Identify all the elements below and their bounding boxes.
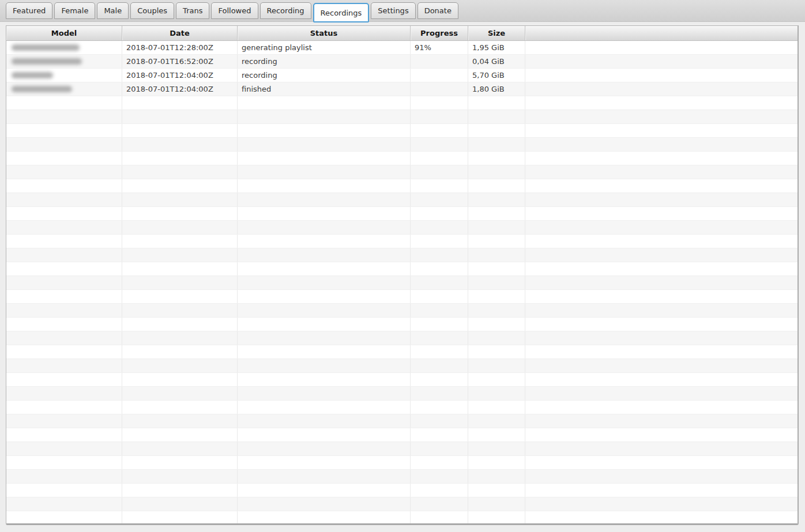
cell-model — [6, 387, 122, 400]
tab-donate[interactable]: Donate — [417, 2, 458, 19]
tab-female[interactable]: Female — [54, 2, 95, 19]
cell-empty — [525, 359, 798, 372]
table-row-empty — [6, 456, 798, 470]
cell-date — [122, 401, 238, 414]
cell-size: 1,95 GiB — [468, 41, 525, 54]
table-row-empty — [6, 235, 798, 248]
cell-date — [122, 276, 238, 289]
column-header-size[interactable]: Size — [468, 26, 525, 40]
table-row-empty — [6, 470, 798, 484]
column-header-progress[interactable]: Progress — [411, 26, 468, 40]
cell-model — [6, 484, 122, 497]
cell-empty — [525, 55, 798, 68]
table-row-empty — [6, 248, 798, 262]
tab-couples[interactable]: Couples — [130, 2, 174, 19]
cell-status — [238, 484, 411, 497]
redacted-model-name — [12, 86, 72, 92]
table-row[interactable]: 2018-07-01T12:04:00Zrecording5,70 GiB — [6, 69, 798, 82]
cell-progress — [411, 96, 468, 110]
cell-model — [6, 138, 122, 151]
cell-progress — [411, 345, 468, 359]
cell-size — [468, 345, 525, 359]
cell-date — [122, 221, 238, 234]
cell-date — [122, 373, 238, 386]
cell-model — [6, 82, 122, 96]
table-row-empty — [6, 138, 798, 152]
tab-recording[interactable]: Recording — [260, 2, 311, 19]
cell-empty — [525, 428, 798, 442]
redacted-model-name — [12, 58, 82, 65]
tab-followed[interactable]: Followed — [211, 2, 258, 19]
cell-progress — [411, 55, 468, 68]
cell-size — [468, 497, 525, 511]
cell-date: 2018-07-01T12:04:00Z — [122, 69, 238, 82]
table-header-row: ModelDateStatusProgressSize — [6, 26, 798, 41]
table-row[interactable]: 2018-07-01T12:04:00Zfinished1,80 GiB — [6, 82, 798, 96]
column-header-date[interactable]: Date — [122, 26, 238, 40]
cell-progress — [411, 124, 468, 137]
cell-empty — [525, 401, 798, 414]
cell-date — [122, 387, 238, 400]
cell-model — [6, 442, 122, 455]
cell-model — [6, 290, 122, 303]
tab-recordings[interactable]: Recordings — [313, 3, 370, 22]
tab-trans[interactable]: Trans — [176, 2, 209, 19]
cell-date — [122, 138, 238, 151]
table-row-empty — [6, 401, 798, 414]
cell-status — [238, 345, 411, 359]
cell-empty — [525, 484, 798, 497]
cell-status — [238, 331, 411, 345]
cell-status — [238, 373, 411, 386]
cell-model — [6, 207, 122, 220]
cell-progress — [411, 138, 468, 151]
cell-model — [6, 248, 122, 262]
cell-status — [238, 276, 411, 289]
cell-progress — [411, 276, 468, 289]
redacted-model-name — [12, 44, 80, 51]
cell-model — [6, 110, 122, 123]
cell-size — [468, 484, 525, 497]
cell-progress — [411, 165, 468, 179]
cell-progress — [411, 414, 468, 428]
cell-date — [122, 193, 238, 206]
cell-progress — [411, 152, 468, 165]
table-row[interactable]: 2018-07-01T12:28:00Zgenerating playlist9… — [6, 41, 798, 55]
table-row-empty — [6, 193, 798, 207]
tab-featured[interactable]: Featured — [6, 2, 52, 19]
cell-status — [238, 401, 411, 414]
cell-empty — [525, 96, 798, 110]
column-header-status[interactable]: Status — [238, 26, 411, 40]
table-row[interactable]: 2018-07-01T16:52:00Zrecording0,04 GiB — [6, 55, 798, 69]
cell-size — [468, 138, 525, 151]
cell-size: 1,80 GiB — [468, 82, 525, 96]
cell-status: generating playlist — [238, 41, 411, 54]
cell-date: 2018-07-01T16:52:00Z — [122, 55, 238, 68]
cell-model — [6, 511, 122, 525]
cell-empty — [525, 207, 798, 220]
cell-progress — [411, 497, 468, 511]
table-row-empty — [6, 318, 798, 331]
column-header-model[interactable]: Model — [6, 26, 122, 40]
table-row-empty — [6, 497, 798, 511]
cell-empty — [525, 276, 798, 289]
tab-male[interactable]: Male — [97, 2, 129, 19]
cell-empty — [525, 442, 798, 455]
cell-status — [238, 207, 411, 220]
cell-empty — [525, 152, 798, 165]
cell-status: finished — [238, 82, 411, 96]
cell-empty — [525, 456, 798, 469]
tab-settings[interactable]: Settings — [371, 2, 415, 19]
table-row-empty — [6, 221, 798, 235]
table-row-empty — [6, 165, 798, 179]
cell-size — [468, 152, 525, 165]
cell-date — [122, 442, 238, 455]
cell-empty — [525, 165, 798, 179]
cell-status — [238, 138, 411, 151]
table-row-empty — [6, 359, 798, 373]
table-row-empty — [6, 124, 798, 138]
cell-progress — [411, 428, 468, 442]
cell-status: recording — [238, 55, 411, 68]
cell-model — [6, 124, 122, 137]
cell-size — [468, 96, 525, 110]
cell-status — [238, 442, 411, 455]
